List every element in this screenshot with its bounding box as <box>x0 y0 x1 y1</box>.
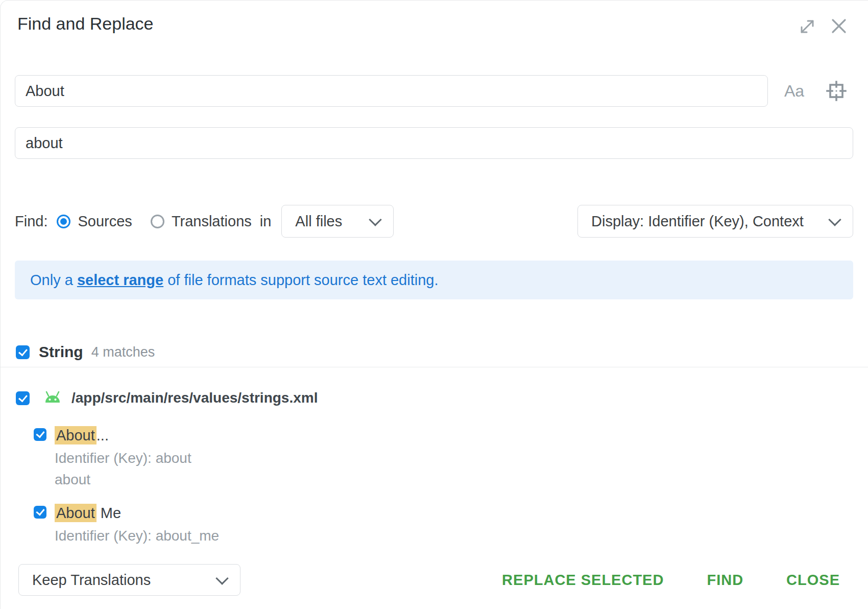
match-source-text[interactable]: About... <box>55 426 109 444</box>
match-rest-text: ... <box>97 427 109 443</box>
page-title: Find and Replace <box>17 14 154 34</box>
banner-text-suffix: of file formats support source text edit… <box>163 272 438 288</box>
replace-selected-button[interactable]: REPLACE SELECTED <box>502 572 664 589</box>
expand-dialog-icon[interactable] <box>798 17 816 38</box>
match-rest-text: Me <box>97 505 121 521</box>
translations-mode-value: Keep Translations <box>32 572 151 589</box>
find-options-row: Find: Sources Translations in All files <box>15 205 394 238</box>
match-details: Identifier (Key): about_me <box>55 525 219 547</box>
in-label: in <box>260 213 272 230</box>
file-path[interactable]: /app/src/main/res/values/strings.xml <box>71 390 318 406</box>
match-identifier: Identifier (Key): about_me <box>55 525 219 547</box>
chevron-down-icon <box>215 572 228 584</box>
highlighted-match: About <box>55 504 97 522</box>
radio-sources-label[interactable]: Sources <box>78 213 132 230</box>
string-group-row: String 4 matches <box>16 343 155 361</box>
close-button[interactable]: CLOSE <box>786 572 840 589</box>
match-row: About... Identifier (Key): about about <box>34 426 191 490</box>
file-row: /app/src/main/res/values/strings.xml <box>16 389 318 407</box>
translations-mode-select[interactable]: Keep Translations <box>18 564 240 596</box>
file-scope-value: All files <box>295 213 342 230</box>
chevron-down-icon <box>369 213 382 226</box>
match-row: About Me Identifier (Key): about_me <box>34 504 219 547</box>
string-group-match-count: 4 matches <box>91 344 155 360</box>
chevron-down-icon <box>828 213 841 226</box>
divider <box>1 367 868 367</box>
match-source-text[interactable]: About Me <box>55 504 121 522</box>
radio-translations-label[interactable]: Translations <box>172 213 252 230</box>
radio-sources[interactable] <box>57 215 70 228</box>
find-button[interactable]: FIND <box>707 572 743 589</box>
display-options-value: Display: Identifier (Key), Context <box>591 213 804 230</box>
match-context: about <box>55 469 191 490</box>
file-checkbox[interactable] <box>16 391 30 405</box>
radio-translations[interactable] <box>151 215 164 228</box>
replace-input[interactable] <box>15 127 853 159</box>
string-group-label: String <box>39 343 83 361</box>
highlighted-match: About <box>55 426 97 444</box>
match-identifier: Identifier (Key): about <box>55 448 191 469</box>
banner-text-prefix: Only a <box>30 272 77 288</box>
match-whole-string-icon[interactable] <box>824 79 849 105</box>
info-banner: Only a select range of file formats supp… <box>15 261 853 299</box>
file-scope-select[interactable]: All files <box>281 205 394 238</box>
select-range-link[interactable]: select range <box>77 272 163 288</box>
match-checkbox[interactable] <box>34 506 46 519</box>
string-group-checkbox[interactable] <box>16 345 30 359</box>
close-icon[interactable] <box>829 16 849 38</box>
find-label: Find: <box>15 213 47 230</box>
display-options-select[interactable]: Display: Identifier (Key), Context <box>577 205 853 238</box>
search-input[interactable] <box>15 75 768 107</box>
match-details: Identifier (Key): about about <box>55 448 191 490</box>
find-and-replace-dialog: Find and Replace Aa Find: Sources Tr <box>0 0 868 609</box>
match-checkbox[interactable] <box>34 428 46 441</box>
android-icon <box>43 389 62 407</box>
footer-actions: REPLACE SELECTED FIND CLOSE <box>502 564 840 596</box>
match-case-toggle[interactable]: Aa <box>784 82 804 101</box>
